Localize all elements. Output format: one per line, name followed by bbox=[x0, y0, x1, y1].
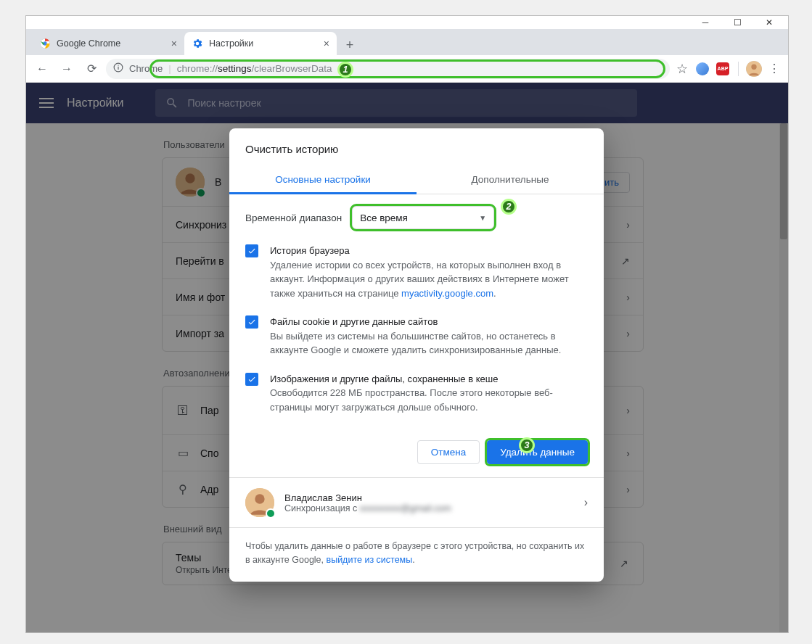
option-cookies[interactable]: Файлы cookie и другие данные сайтов Вы в… bbox=[245, 315, 588, 358]
bookmark-star-icon[interactable]: ☆ bbox=[674, 61, 690, 77]
sync-badge-icon bbox=[266, 508, 276, 519]
cancel-button[interactable]: Отмена bbox=[417, 440, 480, 464]
reload-button[interactable]: ⟳ bbox=[81, 59, 102, 79]
separator bbox=[738, 62, 739, 76]
myactivity-link[interactable]: myactivity.google.com bbox=[401, 288, 493, 299]
close-tab-icon[interactable]: × bbox=[171, 38, 177, 49]
chevron-right-icon: › bbox=[584, 496, 588, 509]
address-bar[interactable]: Chrome | chrome://settings/clearBrowserD… bbox=[106, 59, 670, 79]
close-tab-icon[interactable]: × bbox=[324, 38, 329, 49]
browser-window: ─ ☐ ✕ Google Chrome × Настройки × + ← → … bbox=[25, 15, 789, 633]
menu-button[interactable]: ⋮ bbox=[766, 61, 782, 77]
svg-point-6 bbox=[751, 64, 756, 69]
chrome-icon bbox=[39, 38, 51, 49]
extension-abp-icon[interactable]: ABP bbox=[715, 61, 731, 77]
delete-data-button[interactable]: Удалить данные bbox=[487, 440, 588, 464]
checkbox-checked-icon[interactable] bbox=[245, 315, 258, 329]
annotation-badge-3: 3 bbox=[519, 437, 535, 453]
svg-rect-4 bbox=[118, 65, 118, 66]
time-range-label: Временной диапазон bbox=[245, 212, 342, 223]
tab-title: Google Chrome bbox=[57, 38, 120, 49]
user-name: Владислав Зенин bbox=[284, 492, 451, 503]
checkbox-checked-icon[interactable] bbox=[245, 373, 258, 386]
synced-user-row[interactable]: Владислав Зенин Синхронизация с xxxxxxxx… bbox=[229, 477, 604, 527]
option-cache[interactable]: Изображения и другие файлы, сохраненные … bbox=[245, 372, 588, 415]
dialog-footer: Чтобы удалить данные о работе в браузере… bbox=[229, 527, 604, 582]
option-history[interactable]: История браузера Удаление истории со все… bbox=[245, 244, 588, 300]
tab-chrome[interactable]: Google Chrome × bbox=[32, 32, 184, 55]
tab-basic[interactable]: Основные настройки bbox=[229, 165, 417, 194]
signout-link[interactable]: выйдите из системы bbox=[327, 555, 413, 565]
annotation-badge-2: 2 bbox=[501, 199, 517, 215]
url-text: chrome://settings/clearBrowserData bbox=[177, 63, 332, 74]
window-titlebar: ─ ☐ ✕ bbox=[26, 16, 788, 29]
content-area: Настройки Поиск настроек Пользователи В … bbox=[26, 83, 788, 632]
time-range-select[interactable]: Все время ▼ bbox=[352, 206, 494, 229]
maximize-button[interactable]: ☐ bbox=[721, 16, 753, 29]
extension-yandex-icon[interactable] bbox=[694, 61, 710, 77]
minimize-button[interactable]: ─ bbox=[689, 16, 721, 29]
toolbar: ← → ⟳ Chrome | chrome://settings/clearBr… bbox=[26, 55, 788, 83]
tab-advanced[interactable]: Дополнительные bbox=[417, 165, 604, 194]
back-button[interactable]: ← bbox=[32, 59, 52, 79]
svg-point-10 bbox=[255, 494, 264, 503]
dropdown-triangle-icon: ▼ bbox=[479, 214, 486, 222]
security-label: Chrome bbox=[129, 63, 163, 74]
forward-button[interactable]: → bbox=[57, 59, 77, 79]
tabstrip: Google Chrome × Настройки × + bbox=[26, 29, 788, 55]
svg-rect-3 bbox=[118, 67, 118, 70]
new-tab-button[interactable]: + bbox=[340, 35, 360, 55]
checkbox-checked-icon[interactable] bbox=[245, 244, 258, 257]
clear-history-dialog: Очистить историю Основные настройки Допо… bbox=[229, 128, 604, 582]
gear-icon bbox=[192, 38, 203, 49]
tab-settings[interactable]: Настройки × bbox=[184, 32, 337, 55]
dialog-tabs: Основные настройки Дополнительные bbox=[229, 165, 604, 194]
profile-avatar[interactable] bbox=[746, 61, 762, 77]
annotation-badge-1: 1 bbox=[337, 62, 353, 78]
dialog-title: Очистить историю bbox=[229, 128, 604, 165]
site-info-icon[interactable] bbox=[113, 62, 123, 75]
tab-title: Настройки bbox=[209, 38, 253, 49]
close-button[interactable]: ✕ bbox=[753, 16, 785, 29]
